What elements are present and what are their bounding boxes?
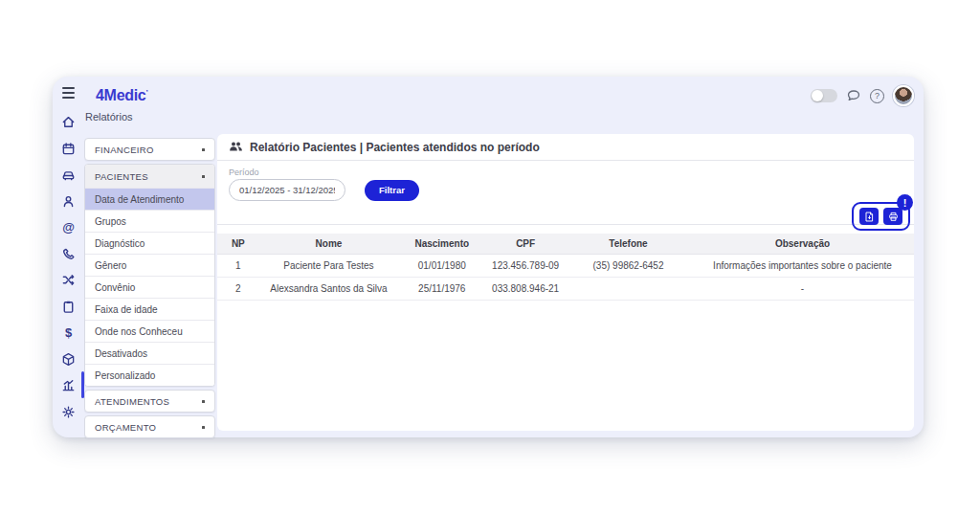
cell-np: 1 <box>217 255 259 278</box>
header-controls: ? <box>811 85 914 106</box>
col-cpf: CPF <box>485 234 566 255</box>
cell-observacao: Informações importantes sobre o paciente <box>691 255 914 278</box>
col-nome: Nome <box>259 234 399 255</box>
sidebar-section-financeiro[interactable]: FINANCEIRO <box>84 138 215 161</box>
cell-np: 2 <box>217 278 259 301</box>
icon-rail: @ $ <box>53 77 84 437</box>
export-file-button[interactable] <box>859 208 879 225</box>
theme-toggle[interactable] <box>811 89 837 102</box>
report-title-row: Relatório Pacientes | Pacientes atendido… <box>217 134 914 161</box>
filter-area: Período Filtrar <box>217 161 914 201</box>
at-sign-icon[interactable]: @ <box>53 219 84 235</box>
sidebar-item-personalizado[interactable]: Personalizado <box>85 364 214 386</box>
top-bar: 4Medic’ ? <box>84 84 914 107</box>
shuffle-icon[interactable] <box>53 272 84 288</box>
sidebar-item-onde-nos-conheceu[interactable]: Onde nos Conheceu <box>85 320 214 342</box>
gear-icon[interactable] <box>53 404 84 420</box>
sidebar-item-genero[interactable]: Gênero <box>85 254 214 276</box>
section-divider <box>217 224 914 225</box>
caret-icon <box>202 426 205 429</box>
sidebar-item-diagnostico[interactable]: Diagnóstico <box>85 232 214 254</box>
sidebar-item-data-de-atendimento[interactable]: Data de Atendimento <box>85 188 214 210</box>
help-icon[interactable]: ? <box>870 89 884 103</box>
cell-telefone: (35) 99862-6452 <box>566 255 691 278</box>
print-button[interactable] <box>883 208 902 225</box>
report-card: Relatório Pacientes | Pacientes atendido… <box>217 134 914 431</box>
col-nascimento: Nascimento <box>398 234 485 255</box>
toggle-knob <box>812 90 823 101</box>
section-label: FINANCEIRO <box>95 145 154 155</box>
period-input[interactable] <box>229 179 345 201</box>
file-export-icon <box>864 212 875 222</box>
sidebar-item-faixa-de-idade[interactable]: Faixa de idade <box>85 298 214 320</box>
section-label: PACIENTES <box>95 171 148 182</box>
cell-nascimento: 01/01/1980 <box>398 255 485 278</box>
cell-nome: Paciente Para Testes <box>259 255 399 278</box>
sidebar-section-orcamento[interactable]: ORÇAMENTO <box>84 415 215 438</box>
table-row: 2 Alexsandra Santos da Silva 25/11/1976 … <box>217 278 914 301</box>
cell-cpf: 123.456.789-09 <box>485 255 566 278</box>
phone-icon[interactable] <box>53 246 84 262</box>
caret-icon <box>202 148 205 151</box>
cell-nome: Alexsandra Santos da Silva <box>259 278 399 301</box>
sidebar-section-atendimentos[interactable]: ATENDIMENTOS <box>84 390 215 413</box>
reports-sidebar: FINANCEIRO PACIENTES Data de Atendimento… <box>84 138 215 441</box>
chat-icon[interactable] <box>846 88 861 103</box>
period-label: Período <box>229 168 902 177</box>
app-logo: 4Medic’ <box>96 87 147 104</box>
patients-group-icon <box>229 140 243 154</box>
sidebar-item-grupos[interactable]: Grupos <box>85 210 214 232</box>
user-avatar[interactable] <box>893 85 914 106</box>
hamburger-menu-icon[interactable] <box>62 87 75 99</box>
page-title: Relatório Pacientes | Pacientes atendido… <box>250 141 540 154</box>
cell-nascimento: 25/11/1976 <box>398 278 485 301</box>
filter-button[interactable]: Filtrar <box>365 180 419 201</box>
dollar-icon[interactable]: $ <box>53 324 84 341</box>
sidebar-item-desativados[interactable]: Desativados <box>85 342 214 364</box>
sidebar-section-pacientes-group: PACIENTES Data de Atendimento Grupos Dia… <box>84 164 215 387</box>
home-icon[interactable] <box>53 114 84 130</box>
clipboard-icon[interactable] <box>53 299 84 315</box>
col-observacao: Observação <box>691 234 914 255</box>
col-telefone: Telefone <box>566 234 691 255</box>
vehicle-icon[interactable] <box>53 167 84 183</box>
caret-icon <box>202 400 205 403</box>
table-header-row: NP Nome Nascimento CPF Telefone Observaç… <box>217 234 914 255</box>
patient-icon[interactable] <box>53 193 84 210</box>
alert-badge: ! <box>897 194 913 211</box>
cell-telefone <box>566 278 691 301</box>
app-window: @ $ 4Medic’ ? <box>53 77 924 437</box>
reports-icon[interactable] <box>53 377 84 393</box>
sidebar-section-pacientes[interactable]: PACIENTES <box>85 165 214 188</box>
cell-cpf: 033.808.946-21 <box>485 278 566 301</box>
patients-table: NP Nome Nascimento CPF Telefone Observaç… <box>217 234 914 301</box>
sidebar-item-convenio[interactable]: Convênio <box>85 276 214 298</box>
table-row: 1 Paciente Para Testes 01/01/1980 123.45… <box>217 255 914 278</box>
section-label: ORÇAMENTO <box>95 422 156 433</box>
printer-icon <box>888 212 899 222</box>
package-icon[interactable] <box>53 351 84 368</box>
breadcrumb: Relatórios <box>85 111 133 123</box>
export-buttons-highlight: ! <box>852 202 910 231</box>
calendar-icon[interactable] <box>53 141 84 157</box>
col-np: NP <box>217 234 259 255</box>
caret-icon <box>202 175 205 178</box>
section-label: ATENDIMENTOS <box>95 396 169 407</box>
cell-observacao: - <box>691 278 914 301</box>
